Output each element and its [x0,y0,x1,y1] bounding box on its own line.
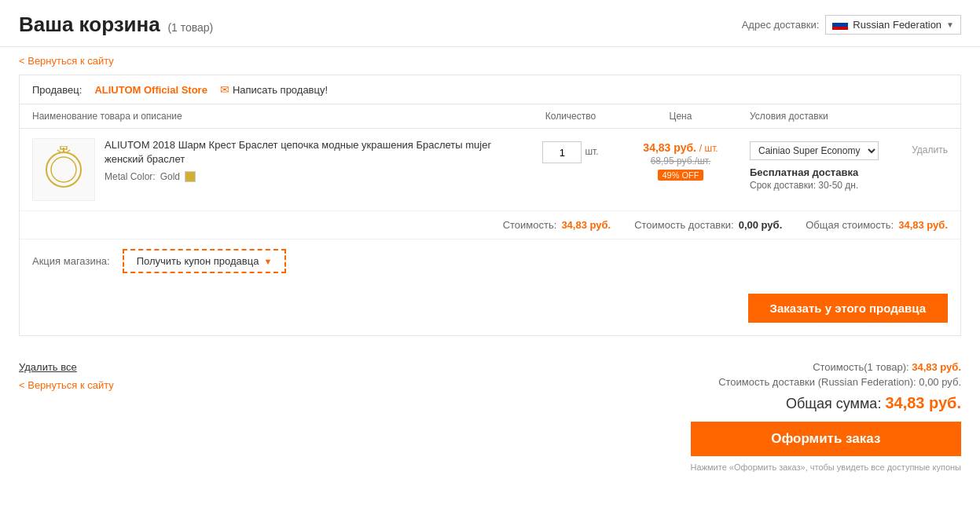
product-variant: Metal Color: Gold [105,171,523,182]
subtotal-total: Общая стоимость: 34,83 руб. [806,219,948,231]
subtotals-row: Стоимость: 34,83 руб. Стоимость доставки… [20,211,960,239]
summary-cost-value: 34,83 руб. [912,361,961,373]
chevron-down-icon: ▼ [946,20,954,29]
page-title-wrap: Ваша корзина (1 товар) [19,13,213,37]
cart-section: Продавец: ALIUTOM Official Store ✉ Напис… [19,75,961,336]
subtotal-cost: Стоимость: 34,83 руб. [503,219,611,231]
svg-line-5 [67,150,70,152]
delete-item-btn[interactable]: Удалить [912,141,948,155]
promo-label: Акция магазина: [32,255,110,267]
order-btn[interactable]: Заказать у этого продавца [748,294,948,323]
cost-label: Стоимость: [503,219,557,231]
seller-row: Продавец: ALIUTOM Official Store ✉ Напис… [20,75,960,104]
delivery-select[interactable]: Cainiao Super Economy [750,141,879,160]
summary-total-row: Общая сумма: 34,83 руб. [691,394,961,412]
col-price-header: Цена [618,111,743,122]
price-value: 34,83 руб. [643,141,696,154]
summary-delivery-row: Стоимость доставки (Russian Federation):… [691,376,961,388]
seller-label: Продавец: [32,84,82,96]
product-info: ALIUTOM 2018 Шарм Крест Браслет цепочка … [105,138,523,182]
price-original: 68,95 руб./шт. [618,155,743,166]
envelope-icon: ✉ [220,83,229,96]
table-header: Наименование товара и описание Количеств… [20,104,960,129]
svg-line-4 [57,150,61,152]
product-title[interactable]: ALIUTOM 2018 Шарм Крест Браслет цепочка … [105,138,523,166]
discount-badge: 49% OFF [658,170,703,181]
page-wrapper: Ваша корзина (1 товар) Адрес доставки: R… [0,0,980,508]
variant-label: Metal Color: [105,171,156,182]
message-seller-label: Написать продавцу! [233,84,328,96]
price-current: 34,83 руб. / шт. [618,141,743,154]
qty-input[interactable] [542,141,582,163]
checkout-note: Нажмите «Оформить заказ», чтобы увидеть … [691,462,961,472]
checkout-btn[interactable]: Оформить заказ [691,422,961,456]
delivery-select-wrap: Cainiao Super Economy [750,141,879,160]
summary-cost-label: Стоимость(1 товар): [813,361,908,373]
coupon-btn-label: Получить купон продавца [137,255,259,267]
cost-value: 34,83 руб. [561,219,611,231]
summary-cost-row: Стоимость(1 товар): 34,83 руб. [691,361,961,373]
delivery-address-wrap: Адрес доставки: Russian Federation ▼ [742,15,961,35]
price-col: 34,83 руб. / шт. 68,95 руб./шт. 49% OFF [618,138,743,181]
product-image [32,138,95,201]
col-product-header: Наименование товара и описание [32,111,523,122]
delivery-cost-label: Стоимость доставки: [634,219,734,231]
summary-delivery-label: Стоимость доставки (Russian Federation): [718,376,916,388]
qty-col: шт. [523,138,618,163]
delivery-cost-value: 0,00 руб. [739,219,783,231]
product-thumbnail [40,146,87,193]
footer-left: Удалить все Вернуться к сайту [19,361,114,391]
total-label: Общая сумма: [786,396,881,411]
col-qty-header: Количество [523,111,618,122]
chevron-down-icon: ▼ [263,257,272,266]
country-selector[interactable]: Russian Federation ▼ [825,15,961,35]
delivery-label: Адрес доставки: [742,19,820,31]
color-swatch[interactable] [185,171,196,182]
delivery-col: Cainiao Super Economy Бесплатная доставк… [743,138,948,191]
back-link-bottom[interactable]: Вернуться к сайту [19,379,114,391]
summary-delivery-value: 0,00 руб. [919,376,961,388]
page-title: Ваша корзина [19,13,160,36]
seller-name[interactable]: ALIUTOM Official Store [94,84,207,96]
price-per: / шт. [699,143,718,154]
delete-all-btn[interactable]: Удалить все [19,361,114,373]
total-label: Общая стоимость: [806,219,894,231]
page-header: Ваша корзина (1 товар) Адрес доставки: R… [0,0,980,47]
message-seller-btn[interactable]: ✉ Написать продавцу! [220,83,328,96]
coupon-btn[interactable]: Получить купон продавца ▼ [123,249,287,273]
back-link-top[interactable]: Вернуться к сайту [0,47,133,75]
country-name: Russian Federation [853,19,941,31]
subtotal-delivery: Стоимость доставки: 0,00 руб. [634,219,782,231]
total-value: 34,83 руб. [898,219,948,231]
flag-icon [832,20,848,31]
svg-point-1 [51,157,76,182]
qty-unit: шт. [585,141,598,157]
product-row: ALIUTOM 2018 Шарм Крест Браслет цепочка … [20,129,960,211]
footer-section: Удалить все Вернуться к сайту Стоимость(… [0,349,980,484]
order-btn-row: Заказать у этого продавца [20,286,960,335]
footer-right: Стоимость(1 товар): 34,83 руб. Стоимость… [691,361,961,472]
store-promo: Акция магазина: Получить купон продавца … [20,239,960,286]
free-delivery: Бесплатная доставка [750,166,879,178]
item-count: (1 товар) [167,21,213,34]
col-delivery-header: Условия доставки [743,111,948,122]
delivery-time: Срок доставки: 30-50 дн. [750,180,879,191]
summary-total-value: 34,83 руб. [885,394,961,411]
variant-value: Gold [160,171,180,182]
